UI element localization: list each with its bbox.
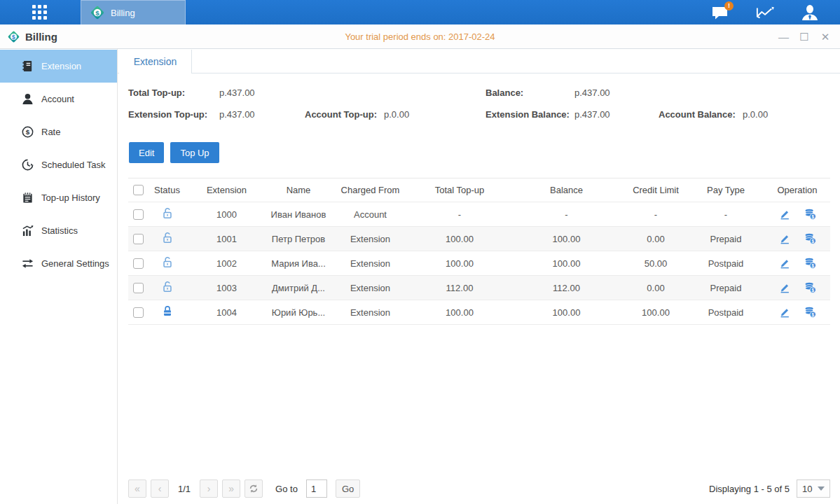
- top-up-row-icon[interactable]: $: [804, 232, 817, 245]
- refresh-icon: [249, 484, 259, 493]
- sidebar-item-statistics[interactable]: Statistics: [0, 214, 117, 247]
- sidebar-item-scheduled-task[interactable]: Scheduled Task: [0, 148, 117, 181]
- table-row: 1003 Дмитрий Д... Extension 112.00 112.0…: [128, 276, 830, 300]
- window-close-button[interactable]: ✕: [820, 31, 830, 42]
- top-app-bar: $ Billing !: [0, 0, 840, 24]
- edit-row-icon[interactable]: [778, 281, 791, 294]
- svg-text:$: $: [811, 263, 814, 269]
- user-icon: [801, 4, 819, 21]
- credit-limit-cell: 50.00: [624, 258, 687, 269]
- row-checkbox[interactable]: [133, 209, 144, 220]
- col-pay-type: Pay Type: [687, 185, 764, 195]
- credit-limit-cell: -: [624, 209, 687, 220]
- sidebar-item-label: Scheduled Task: [41, 160, 106, 170]
- total-topup-cell: -: [411, 209, 509, 220]
- main-content: Extension Total Top-up: p.437.00 Balance…: [118, 49, 840, 504]
- total-topup-value: p.437.00: [219, 88, 305, 98]
- billing-logo-icon: $: [7, 30, 20, 43]
- top-up-button[interactable]: Top Up: [170, 142, 219, 163]
- bar-chart-icon: [22, 225, 34, 237]
- page-size-select[interactable]: 10: [797, 479, 830, 498]
- top-up-row-icon[interactable]: $: [804, 281, 817, 294]
- sidebar-item-extension[interactable]: Extension: [0, 50, 117, 83]
- total-topup-cell: 100.00: [411, 234, 509, 244]
- row-checkbox[interactable]: [133, 258, 144, 269]
- row-checkbox[interactable]: [133, 283, 144, 293]
- top-up-row-icon[interactable]: $: [804, 208, 817, 220]
- tab-extension[interactable]: Extension: [119, 50, 192, 74]
- sidebar-item-topup-history[interactable]: Top-up History: [0, 181, 117, 214]
- sidebar: Extension Account $ Rate Scheduled Task: [0, 49, 118, 504]
- last-page-button[interactable]: »: [222, 479, 240, 498]
- first-page-button[interactable]: «: [128, 479, 146, 498]
- table-row: 1004 Юрий Юрь... Extension 100.00 100.00…: [128, 300, 830, 325]
- credit-limit-cell: 0.00: [624, 283, 687, 293]
- window-maximize-button[interactable]: ☐: [799, 31, 809, 42]
- sidebar-item-label: Account: [41, 94, 74, 104]
- extension-cell: 1003: [186, 283, 267, 293]
- sidebar-item-label: Extension: [41, 61, 81, 71]
- total-topup-cell: 112.00: [411, 283, 509, 293]
- extension-cell: 1004: [186, 307, 267, 318]
- select-all-checkbox[interactable]: [133, 185, 144, 195]
- edit-row-icon[interactable]: [778, 208, 791, 220]
- svg-text:$: $: [811, 288, 814, 293]
- edit-button[interactable]: Edit: [129, 142, 164, 163]
- top-up-row-icon[interactable]: $: [804, 257, 817, 270]
- edit-row-icon[interactable]: [778, 232, 791, 245]
- billing-diamond-icon: $: [90, 5, 105, 20]
- extension-cell: 1002: [186, 258, 267, 269]
- messages-button[interactable]: !: [711, 4, 729, 21]
- name-cell: Иван Иванов: [267, 209, 330, 220]
- top-up-row-icon[interactable]: $: [804, 306, 817, 318]
- status-lock-icon: [148, 206, 186, 222]
- extension-cell: 1001: [186, 234, 267, 244]
- trial-notice: Your trial period ends on: 2017-02-24: [0, 31, 840, 42]
- next-page-button[interactable]: ›: [200, 479, 218, 498]
- reports-button[interactable]: [756, 4, 774, 21]
- status-lock-icon: [148, 304, 186, 320]
- col-charged-from: Charged From: [330, 185, 411, 195]
- apps-grid-button[interactable]: [20, 0, 59, 24]
- extension-cell: 1000: [186, 209, 267, 220]
- credit-limit-cell: 0.00: [624, 234, 687, 244]
- edit-row-icon[interactable]: [778, 257, 791, 270]
- billing-app-tab[interactable]: $ Billing: [81, 0, 186, 24]
- charged-from-cell: Extension: [330, 283, 411, 293]
- name-cell: Мария Ива...: [267, 258, 330, 269]
- sidebar-item-rate[interactable]: $ Rate: [0, 115, 117, 148]
- notepad-icon: [22, 192, 34, 204]
- sidebar-item-general-settings[interactable]: General Settings: [0, 247, 117, 280]
- total-topup-cell: 100.00: [411, 258, 509, 269]
- svg-text:$: $: [811, 239, 814, 244]
- svg-text:$: $: [12, 33, 15, 40]
- status-lock-icon: [148, 231, 186, 246]
- pay-type-cell: Postpaid: [687, 258, 764, 269]
- prev-page-button[interactable]: ‹: [151, 479, 169, 498]
- goto-page-input[interactable]: [306, 479, 327, 498]
- table-header: Status Extension Name Charged From Total…: [128, 178, 830, 202]
- page-indicator: 1/1: [178, 484, 191, 494]
- col-status: Status: [148, 185, 186, 195]
- balance-cell: -: [509, 209, 624, 220]
- go-button[interactable]: Go: [336, 479, 360, 498]
- col-credit-limit: Credit Limit: [624, 185, 687, 195]
- svg-text:$: $: [95, 9, 99, 17]
- clock-icon: [22, 159, 34, 171]
- sidebar-item-label: Statistics: [41, 225, 78, 236]
- account-balance-label: Account Balance:: [659, 109, 743, 120]
- transfer-arrows-icon: [22, 258, 34, 270]
- account-button[interactable]: [801, 4, 819, 21]
- balance-value: p.437.00: [574, 88, 659, 98]
- page-size-value: 10: [802, 484, 812, 494]
- tab-bar: Extension: [118, 49, 840, 74]
- sidebar-item-account[interactable]: Account: [0, 83, 117, 115]
- row-checkbox[interactable]: [133, 234, 144, 244]
- line-chart-icon: [756, 5, 774, 20]
- row-checkbox[interactable]: [133, 307, 144, 318]
- window-minimize-button[interactable]: —: [778, 31, 788, 42]
- credit-limit-cell: 100.00: [624, 307, 687, 318]
- sidebar-item-label: Top-up History: [41, 192, 100, 203]
- refresh-button[interactable]: [245, 479, 263, 498]
- edit-row-icon[interactable]: [778, 306, 791, 318]
